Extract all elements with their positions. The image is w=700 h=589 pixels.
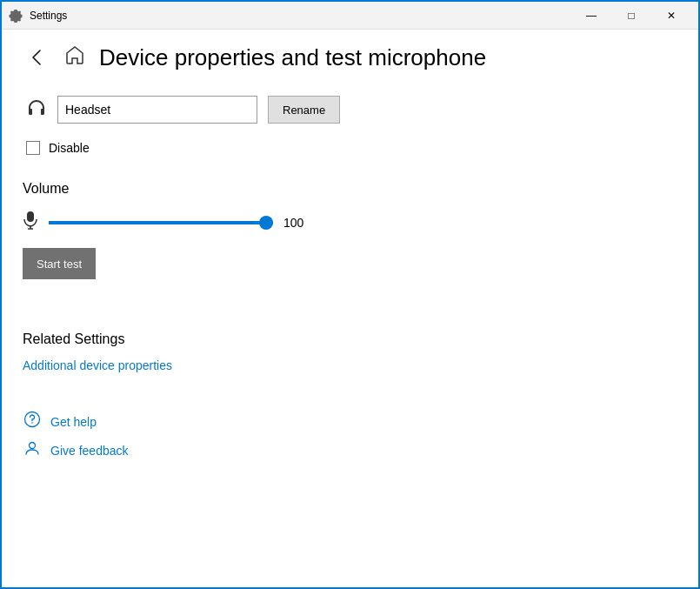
svg-point-4 xyxy=(30,443,36,449)
start-test-button[interactable]: Start test xyxy=(23,248,96,279)
volume-slider-container: 100 xyxy=(49,216,310,230)
disable-label[interactable]: Disable xyxy=(49,141,90,155)
rename-button[interactable]: Rename xyxy=(268,96,340,124)
titlebar-left: Settings xyxy=(9,9,67,23)
content-area: Device properties and test microphone Re… xyxy=(2,30,698,587)
titlebar-controls: — □ ✕ xyxy=(571,2,691,30)
page-header: Device properties and test microphone xyxy=(23,44,677,71)
device-row: Rename xyxy=(26,96,677,124)
get-help-link[interactable]: Get help xyxy=(50,415,97,429)
settings-window: Settings — □ ✕ Device properties and tes… xyxy=(0,0,700,589)
give-feedback-link[interactable]: Give feedback xyxy=(50,444,129,458)
volume-slider[interactable] xyxy=(49,221,273,224)
footer-links: Get help Give feedback xyxy=(23,411,677,461)
disable-checkbox[interactable] xyxy=(26,141,40,155)
close-button[interactable]: ✕ xyxy=(651,2,691,30)
titlebar: Settings — □ ✕ xyxy=(2,2,698,30)
disable-row: Disable xyxy=(26,141,677,155)
give-feedback-row: Give feedback xyxy=(23,439,677,461)
maximize-button[interactable]: □ xyxy=(611,2,651,30)
volume-section: Volume 100 Start test xyxy=(23,181,677,331)
related-settings-section: Related Settings Additional device prope… xyxy=(23,331,677,379)
minimize-button[interactable]: — xyxy=(571,2,611,30)
device-name-input[interactable] xyxy=(57,96,257,124)
settings-app-icon xyxy=(9,9,23,23)
related-settings-title: Related Settings xyxy=(23,331,677,347)
back-button[interactable] xyxy=(23,44,50,71)
svg-point-0 xyxy=(14,14,17,17)
volume-value: 100 xyxy=(283,216,310,230)
get-help-icon xyxy=(23,411,42,432)
titlebar-title: Settings xyxy=(30,10,67,22)
additional-device-properties-link[interactable]: Additional device properties xyxy=(23,358,172,372)
headset-icon xyxy=(26,97,47,123)
get-help-row: Get help xyxy=(23,411,677,432)
microphone-icon xyxy=(23,211,38,234)
svg-rect-1 xyxy=(27,211,34,222)
page-title: Device properties and test microphone xyxy=(99,44,486,71)
volume-label: Volume xyxy=(23,181,677,197)
volume-row: 100 xyxy=(23,211,677,234)
svg-point-3 xyxy=(31,422,33,424)
give-feedback-icon xyxy=(23,439,42,461)
home-icon xyxy=(64,45,85,70)
